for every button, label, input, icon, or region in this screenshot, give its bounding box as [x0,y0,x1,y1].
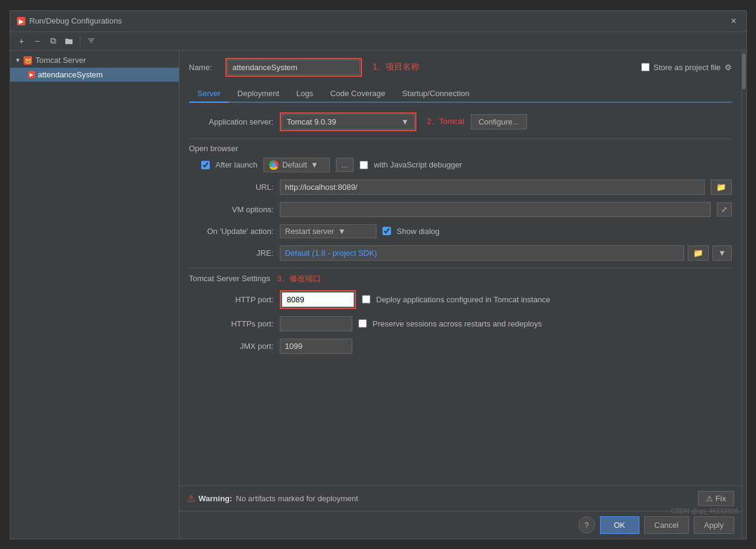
update-label: On 'Update' action: [189,227,274,236]
url-folder-button[interactable]: 📁 [711,180,732,195]
tab-server[interactable]: Server [189,85,229,103]
apply-button[interactable]: Apply [694,516,734,534]
jmx-port-label: JMX port: [189,342,274,351]
browser-dropdown[interactable]: Default ▼ [263,158,330,172]
preserve-label: Preserve sessions across restarts and re… [373,319,542,328]
tabs: Server Deployment Logs Code Coverage Sta… [189,85,732,103]
jre-label: JRE: [189,249,274,258]
tab-startup-connection[interactable]: Startup/Connection [393,85,477,103]
chevron-down-icon: ▼ [311,160,318,169]
deploy-label: Deploy applications configured in Tomcat… [376,295,551,304]
cancel-button[interactable]: Cancel [644,516,689,534]
jmx-port-input[interactable] [280,339,352,354]
sort-button[interactable] [85,34,98,48]
update-row: On 'Update' action: Restart server ▼ Sho… [189,224,732,238]
copy-button[interactable]: ⧉ [47,34,60,48]
svg-text:🐱: 🐱 [25,57,32,65]
https-port-input[interactable] [280,316,352,331]
sidebar-group-tomcat[interactable]: ▼ 🐱 Tomcat Server [10,53,179,68]
warning-row: ⚠ Warning: No artifacts marked for deplo… [187,493,358,504]
title-bar-left: ▶ Run/Debug Configurations [16,16,122,26]
store-project-label: Store as project file [653,63,720,72]
jre-input[interactable] [280,245,685,261]
settings-icon: ⚙ [725,63,732,72]
http-input-wrapper [280,290,356,309]
name-annotation: 1、项目名称 [373,62,420,73]
ok-button[interactable]: OK [600,516,639,534]
tomcat-icon: 🐱 [23,56,33,65]
tomcat-settings-label: Tomcat Server Settings [189,274,270,283]
name-input-wrapper [225,58,362,77]
vm-row: VM options: ⤢ [189,202,732,217]
tab-deployment[interactable]: Deployment [229,85,288,103]
warning-prefix: Warning: [199,494,233,503]
jre-folder-button[interactable]: 📁 [688,245,709,261]
tab-code-coverage[interactable]: Code Coverage [321,85,393,103]
server-dropdown[interactable]: Tomcat 9.0.39 ▼ [282,114,415,129]
tab-logs[interactable]: Logs [288,85,321,103]
vm-input[interactable] [280,202,711,217]
jmx-port-row: JMX port: [189,339,732,354]
http-port-input[interactable] [282,292,354,307]
folder-button[interactable] [62,34,76,48]
update-dropdown[interactable]: Restart server ▼ [280,224,376,238]
browser-row: After launch Default ▼ ... with JavaScri… [189,158,732,172]
divider-2 [189,268,732,268]
toolbar: + − ⧉ [10,32,746,51]
configure-button[interactable]: Configure... [471,114,527,129]
tomcat-annotation: 3、修改端口 [277,274,321,283]
sidebar: ▼ 🐱 Tomcat Server ▶ attendanceSystem [10,51,179,539]
warning-text: No artifacts marked for deployment [236,494,358,503]
expand-button[interactable]: ⤢ [717,203,732,216]
show-dialog-checkbox[interactable] [383,227,391,235]
sidebar-item-label: attendanceSystem [38,70,103,79]
deploy-checkbox[interactable] [362,295,370,304]
fix-label: Fix [716,494,726,503]
close-button[interactable]: × [727,15,740,28]
chevron-down-icon: ▼ [401,117,409,126]
right-content: Name: 1、项目名称 Store as project file ⚙ Ser… [179,51,741,486]
url-input[interactable] [280,180,705,195]
add-button[interactable]: + [15,34,28,48]
browser-value: Default [282,160,307,169]
fix-icon: ⚠ [706,494,713,503]
fix-button[interactable]: ⚠ Fix [698,491,734,506]
update-value: Restart server [285,227,335,236]
run-debug-dialog: ▶ Run/Debug Configurations × + − ⧉ ▼ 🐱 [10,10,747,539]
name-input[interactable] [227,60,360,75]
store-project-checkbox[interactable] [641,63,650,71]
server-dropdown-value: Tomcat 9.0.39 [287,117,396,126]
server-annotation: 2、Tomcat [427,116,465,127]
jre-dropdown-button[interactable]: ▼ [712,245,731,261]
scrollbar[interactable] [741,51,746,539]
divider-1 [189,138,732,139]
help-button[interactable]: ? [578,516,595,533]
dialog-icon: ▶ [16,16,26,26]
http-port-label: HTTP port: [189,295,274,304]
js-debugger-checkbox[interactable] [360,161,368,169]
chevron-down-icon: ▼ [338,227,346,236]
after-launch-label: After launch [216,160,257,169]
open-browser-label: Open browser [189,144,732,153]
right-panel: Name: 1、项目名称 Store as project file ⚙ Ser… [179,51,741,539]
remove-button[interactable]: − [31,34,44,48]
scrollbar-thumb [742,53,746,89]
https-port-label: HTTPs port: [189,319,274,328]
sidebar-item-attendance[interactable]: ▶ attendanceSystem [10,68,179,82]
server-dropdown-wrapper: Tomcat 9.0.39 ▼ [280,112,416,131]
app-server-row: Application server: Tomcat 9.0.39 ▼ 2、To… [189,112,732,131]
config-icon: ▶ [27,70,36,79]
browser-dots-button[interactable]: ... [336,158,354,172]
name-row: Name: 1、项目名称 Store as project file ⚙ [189,58,732,77]
title-bar: ▶ Run/Debug Configurations × [10,11,746,32]
url-label: URL: [189,183,274,192]
js-debugger-label: with JavaScript debugger [374,160,462,169]
preserve-checkbox[interactable] [358,319,367,328]
tomcat-settings-header: Tomcat Server Settings 3、修改端口 [189,273,732,284]
after-launch-checkbox[interactable] [201,161,210,169]
chevron-down-icon: ▼ [15,57,21,63]
http-port-row: HTTP port: Deploy applications configure… [189,290,732,309]
chrome-icon [269,160,279,170]
svg-text:▶: ▶ [30,72,34,77]
svg-text:▶: ▶ [19,18,24,25]
